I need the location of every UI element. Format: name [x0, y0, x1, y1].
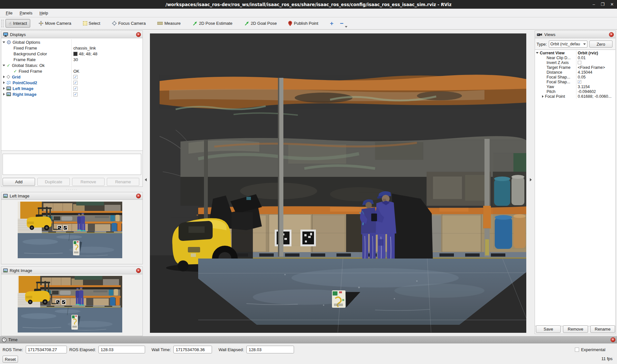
image-icon — [3, 268, 8, 272]
expander-icon[interactable] — [542, 95, 544, 98]
clock-icon — [2, 338, 6, 342]
left-image-enabled-checkbox[interactable] — [73, 86, 78, 91]
frame-rate-value[interactable]: 30 — [71, 57, 143, 62]
right-image-panel-titlebar[interactable]: Right Image ✕ — [1, 267, 143, 274]
toolbar-drag-handle[interactable] — [1, 20, 4, 27]
view-row-target-frame[interactable]: Target Frame <Fixed Frame> — [535, 65, 615, 70]
remove-view-button[interactable]: Remove — [563, 325, 588, 333]
views-panel-titlebar[interactable]: Views ✕ — [535, 31, 615, 38]
menu-help[interactable]: Help — [36, 10, 51, 16]
expander-icon[interactable] — [536, 52, 539, 54]
image-icon — [6, 92, 11, 96]
move-camera-tool-button[interactable]: Move Camera — [35, 19, 75, 28]
panel-splitter[interactable]: ······ — [0, 188, 144, 191]
tree-row-pointcloud2[interactable]: PointCloud2 — [1, 80, 143, 86]
left-image-panel-titlebar[interactable]: Left Image ✕ — [1, 192, 143, 200]
expander-icon[interactable] — [3, 87, 5, 90]
workspace: Displays ✕ Global Options Fixed Frame ch… — [0, 30, 617, 336]
wall-time-input[interactable] — [173, 346, 212, 353]
expander-icon[interactable] — [3, 76, 5, 78]
add-tool-button[interactable]: + — [327, 20, 336, 27]
close-icon[interactable]: ✕ — [611, 337, 615, 342]
view-row-focal-shape-fixed[interactable]: Focal Shap... — [535, 79, 615, 84]
view-type-dropdown[interactable]: Orbit (rviz_defau — [549, 41, 587, 48]
ros-time-input[interactable] — [26, 346, 67, 353]
minimize-icon[interactable]: – — [593, 2, 595, 7]
view-row-focal-shape-size[interactable]: Focal Shap... 0.05 — [535, 75, 615, 79]
time-panel-titlebar[interactable]: Time ✕ — [0, 336, 617, 343]
tree-row-left-image[interactable]: Left Image — [1, 86, 143, 91]
view-row-distance[interactable]: Distance 4.15044 — [535, 70, 615, 75]
left-image-panel: Left Image ✕ — [1, 192, 143, 264]
close-window-icon[interactable]: ✕ — [610, 2, 614, 7]
panel-title: Right Image — [10, 268, 32, 273]
close-icon[interactable]: ✕ — [609, 32, 614, 37]
experimental-checkbox[interactable] — [575, 348, 579, 352]
wall-elapsed-input[interactable] — [246, 346, 294, 353]
invert-z-checkbox[interactable] — [578, 61, 581, 64]
remove-tool-button[interactable]: − — [336, 20, 346, 27]
menu-file[interactable]: File — [3, 10, 16, 16]
save-button[interactable]: Save — [536, 325, 561, 333]
close-icon[interactable]: ✕ — [136, 32, 141, 37]
right-image-enabled-checkbox[interactable] — [73, 92, 78, 96]
expander-icon[interactable] — [3, 41, 5, 43]
view-row-yaw[interactable]: Yaw 3.1154 — [535, 84, 615, 89]
menu-bar: File Panels Help — [0, 9, 617, 17]
time-panel: Time ✕ ROS Time: ROS Elapsed: Wall Time:… — [0, 336, 617, 364]
tree-row-right-image[interactable]: Right Image — [1, 91, 143, 97]
close-icon[interactable]: ✕ — [136, 194, 141, 198]
tree-row-fixed-frame-status[interactable]: ✓Fixed Frame OK — [1, 68, 143, 74]
interact-tool-button[interactable]: ☝ Interact — [5, 19, 30, 28]
reset-button[interactable]: Reset — [3, 356, 18, 363]
view-row-pitch[interactable]: Pitch -0.094602 — [535, 89, 615, 94]
view-row-focal-point[interactable]: Focal Point 0.61688; -0.0060... — [535, 94, 615, 99]
fixed-frame-value[interactable]: chassis_link — [71, 45, 143, 51]
tree-row-grid[interactable]: Grid — [1, 74, 143, 80]
tree-row-background-color[interactable]: Background Color 48; 48; 48 — [1, 51, 143, 57]
ros-time-label: ROS Time: — [3, 347, 23, 352]
tool-bar: ☝ Interact Move Camera Select Focus Came… — [0, 17, 617, 30]
map-pin-icon — [288, 21, 292, 26]
zero-button[interactable]: Zero — [589, 41, 612, 48]
select-tool-button[interactable]: Select — [80, 19, 104, 28]
add-button[interactable]: Add — [3, 178, 35, 186]
right-panel-collapse-handle[interactable] — [529, 177, 532, 183]
wall-time-label: Wall Time: — [152, 347, 171, 352]
close-icon[interactable]: ✕ — [136, 268, 141, 273]
ros-elapsed-input[interactable] — [98, 346, 145, 353]
tree-row-global-status[interactable]: ✓Global Status: Ok — [1, 62, 143, 68]
green-arrow-icon — [192, 21, 198, 26]
measure-tool-button[interactable]: Measure — [154, 19, 184, 28]
pose-estimate-tool-button[interactable]: 2D Pose Estimate — [189, 19, 236, 28]
view-row-near-clip[interactable]: Near Clip D... 0.01 — [535, 55, 615, 60]
expander-icon[interactable] — [3, 81, 5, 84]
grid-enabled-checkbox[interactable] — [73, 75, 78, 79]
3d-viewport[interactable] — [150, 33, 526, 333]
expander-icon[interactable] — [3, 65, 5, 66]
rename-view-button[interactable]: Rename — [590, 325, 615, 333]
view-row-invert-z[interactable]: Invert Z Axis — [535, 60, 615, 65]
check-icon: ✓ — [14, 69, 17, 74]
tree-row-fixed-frame[interactable]: Fixed Frame chassis_link — [1, 45, 143, 51]
displays-panel-titlebar[interactable]: Displays ✕ — [1, 31, 143, 38]
menu-panels[interactable]: Panels — [16, 10, 36, 16]
rename-button: Rename — [107, 178, 139, 186]
maximize-icon[interactable]: ❐ — [601, 2, 604, 7]
goal-pose-tool-button[interactable]: 2D Goal Pose — [241, 19, 280, 28]
pointcloud-icon — [6, 81, 11, 85]
duplicate-button: Duplicate — [37, 178, 70, 186]
background-color-value[interactable]: 48; 48; 48 — [71, 51, 143, 57]
left-panel-collapse-handle[interactable] — [144, 177, 147, 183]
publish-point-tool-button[interactable]: Publish Point — [285, 19, 321, 28]
focus-camera-tool-button[interactable]: Focus Camera — [109, 19, 149, 28]
tree-row-global-options[interactable]: Global Options — [1, 39, 143, 45]
view-row-current-view[interactable]: Current View Orbit (rviz) — [535, 50, 615, 55]
expander-icon[interactable] — [3, 93, 5, 96]
experimental-toggle[interactable]: Experimental — [575, 347, 605, 352]
chevron-left-icon — [145, 178, 147, 181]
focal-shape-fixed-checkbox[interactable] — [578, 80, 581, 84]
tree-row-frame-rate[interactable]: Frame Rate 30 — [1, 57, 143, 62]
left-image-view — [1, 200, 143, 264]
pointcloud2-enabled-checkbox[interactable] — [73, 81, 78, 85]
